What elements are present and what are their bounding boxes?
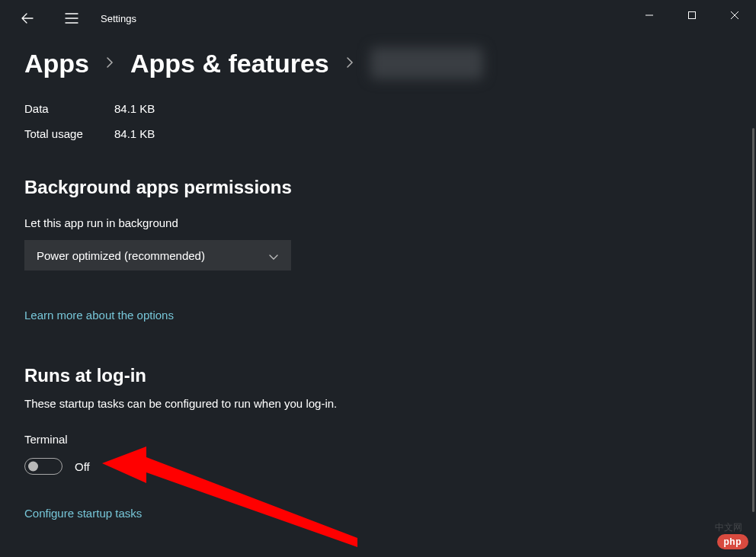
startup-task-name: Terminal <box>24 433 733 446</box>
total-usage-label: Total usage <box>24 127 114 140</box>
php-badge: php <box>717 534 749 549</box>
data-label: Data <box>24 102 114 115</box>
background-permission-dropdown[interactable]: Power optimized (recommended) <box>24 240 291 270</box>
data-row: Total usage 84.1 KB <box>24 127 733 140</box>
minimize-icon <box>645 11 654 20</box>
watermark-text: 中文网 <box>715 521 742 534</box>
back-arrow-icon <box>21 11 34 25</box>
menu-button[interactable] <box>56 3 87 34</box>
chevron-down-icon <box>268 249 279 262</box>
total-usage-value: 84.1 KB <box>114 127 155 140</box>
dropdown-value: Power optimized (recommended) <box>37 249 205 262</box>
close-button[interactable] <box>713 0 756 30</box>
toggle-row: Off <box>24 458 733 475</box>
data-row: Data 84.1 KB <box>24 102 733 115</box>
runs-at-login-subtitle: These startup tasks can be configured to… <box>24 397 733 410</box>
svg-rect-4 <box>689 12 696 19</box>
toggle-state: Off <box>75 460 90 473</box>
toggle-thumb <box>28 462 38 472</box>
data-value: 84.1 KB <box>114 102 155 115</box>
hamburger-icon <box>65 13 78 24</box>
breadcrumb-apps-features[interactable]: Apps & features <box>130 49 329 78</box>
background-run-label: Let this app run in background <box>24 216 733 229</box>
startup-toggle[interactable] <box>24 458 62 475</box>
maximize-icon <box>687 11 697 20</box>
background-permissions-title: Background apps permissions <box>24 177 733 198</box>
window-controls <box>628 0 756 30</box>
scrollbar[interactable] <box>752 128 754 512</box>
chevron-right-icon <box>106 55 114 72</box>
chevron-right-icon <box>346 55 354 72</box>
runs-at-login-title: Runs at log-in <box>24 365 733 386</box>
close-icon <box>730 11 739 20</box>
configure-startup-link[interactable]: Configure startup tasks <box>24 507 142 520</box>
back-button[interactable] <box>12 3 43 34</box>
minimize-button[interactable] <box>628 0 671 30</box>
app-title: Settings <box>101 13 136 24</box>
learn-more-link[interactable]: Learn more about the options <box>24 309 174 322</box>
maximize-button[interactable] <box>671 0 713 30</box>
content: Apps Apps & features Data 84.1 KB Total … <box>0 37 756 520</box>
breadcrumb-apps[interactable]: Apps <box>24 49 89 78</box>
breadcrumb: Apps Apps & features <box>24 47 733 79</box>
breadcrumb-app-name-redacted <box>370 47 483 79</box>
